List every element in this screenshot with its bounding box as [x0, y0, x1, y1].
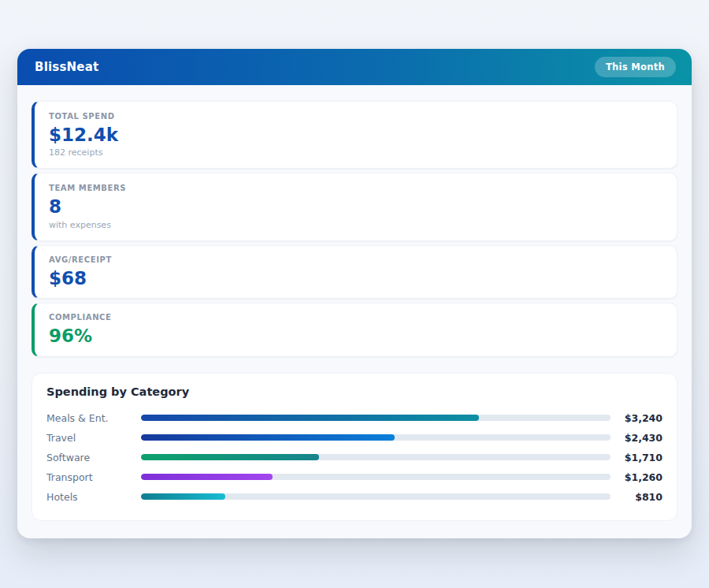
stat-card-avg-receipt: AVG/RECEIPT $68	[32, 245, 677, 299]
bar-fill-hotels	[141, 493, 225, 500]
dashboard-container: BlissNeat This Month TOTAL SPEND $12.4k …	[17, 49, 692, 538]
stat-label: AVG/RECEIPT	[49, 255, 663, 264]
category-value: $2,430	[611, 432, 663, 444]
stat-value: 8	[49, 196, 663, 217]
spending-by-category-card: Spending by Category Meals & Ent. $3,240…	[32, 373, 677, 521]
category-label: Travel	[46, 432, 141, 444]
bar-track	[141, 454, 611, 460]
bar-fill-transport	[141, 474, 273, 480]
category-label: Software	[46, 452, 141, 463]
period-badge[interactable]: This Month	[595, 57, 676, 77]
dashboard-content: TOTAL SPEND $12.4k 182 receipts TEAM MEM…	[17, 85, 692, 538]
bar-fill-travel	[141, 434, 395, 441]
stat-label: TOTAL SPEND	[49, 112, 663, 121]
bar-fill-meals	[141, 415, 479, 421]
category-value: $3,240	[611, 412, 663, 424]
category-label: Hotels	[46, 491, 141, 503]
chart-title: Spending by Category	[46, 385, 663, 398]
stat-card-compliance: COMPLIANCE 96%	[32, 303, 677, 356]
chart-row-hotels: Hotels $810	[46, 487, 663, 507]
stat-value: $12.4k	[49, 125, 663, 145]
app-title: BlissNeat	[35, 60, 98, 74]
category-label: Meals & Ent.	[46, 412, 141, 424]
category-value: $1,710	[611, 452, 663, 463]
chart-row-meals: Meals & Ent. $3,240	[46, 408, 663, 428]
app-header: BlissNeat This Month	[17, 49, 692, 85]
stat-subtext: 182 receipts	[49, 147, 663, 158]
stat-value: 96%	[49, 326, 663, 346]
stat-label: COMPLIANCE	[49, 313, 663, 322]
bar-track	[141, 415, 611, 421]
chart-row-software: Software $1,710	[46, 448, 663, 467]
category-value: $1,260	[611, 471, 663, 483]
chart-row-transport: Transport $1,260	[46, 467, 663, 487]
stat-card-team-members: TEAM MEMBERS 8 with expenses	[32, 173, 677, 240]
bar-track	[141, 493, 611, 500]
stat-label: TEAM MEMBERS	[49, 184, 663, 192]
bar-fill-software	[141, 454, 319, 460]
category-label: Transport	[46, 471, 141, 483]
stat-value: $68	[49, 268, 663, 288]
chart-row-travel: Travel $2,430	[46, 428, 663, 448]
category-value: $810	[611, 491, 663, 503]
bar-track	[141, 434, 611, 441]
stat-subtext: with expenses	[49, 220, 663, 230]
stat-card-total-spend: TOTAL SPEND $12.4k 182 receipts	[32, 101, 677, 169]
bar-track	[141, 474, 611, 480]
